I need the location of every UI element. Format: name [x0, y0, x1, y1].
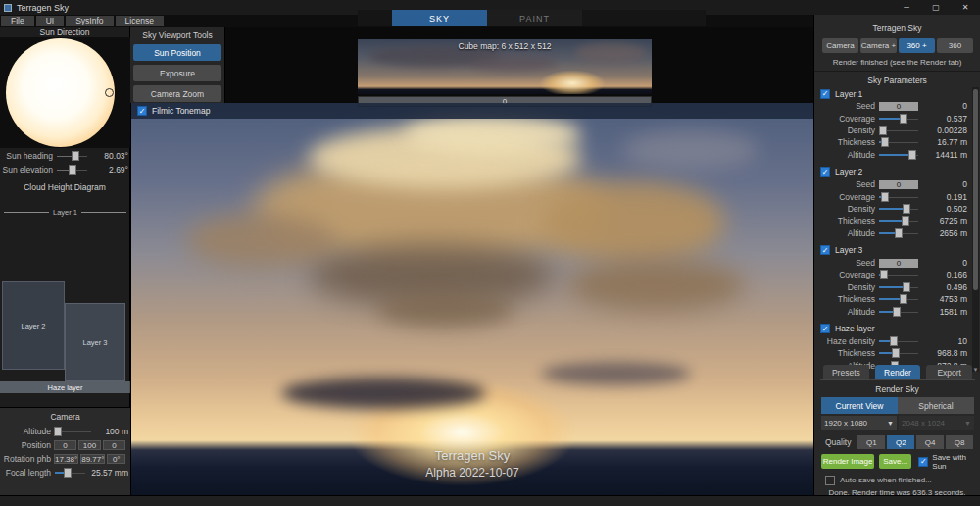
slider[interactable]	[55, 468, 85, 478]
quality-button-q1[interactable]: Q1	[858, 435, 885, 449]
quality-button-q8[interactable]: Q8	[946, 435, 973, 449]
position-value-cell[interactable]: 0	[54, 440, 76, 450]
tool-button-sun-position[interactable]: Sun Position	[133, 44, 221, 61]
slider-thumb[interactable]	[879, 126, 887, 135]
focal-value: 25.57 mm	[89, 468, 128, 478]
save-button[interactable]: Save...	[879, 454, 911, 469]
scrollbar-thumb[interactable]	[973, 89, 978, 290]
slider[interactable]	[55, 427, 91, 436]
sun-position-marker[interactable]	[105, 88, 114, 97]
render-image-button[interactable]: Render Image	[821, 454, 874, 469]
slider-thumb[interactable]	[893, 307, 901, 317]
slider[interactable]	[879, 204, 918, 214]
quality-button-q4[interactable]: Q4	[916, 435, 944, 449]
filmic-tonemap-checkbox[interactable]	[137, 106, 147, 116]
menu-item-sysinfo[interactable]: SysInfo	[66, 16, 113, 26]
param-value: 10	[922, 336, 967, 346]
slider-thumb[interactable]	[64, 468, 72, 478]
layer1-height-line[interactable]: Layer 1	[0, 208, 130, 217]
slider-thumb[interactable]	[69, 165, 76, 175]
close-button[interactable]: ✕	[951, 0, 980, 15]
slider[interactable]	[879, 294, 918, 304]
seed-button[interactable]: 0	[879, 180, 918, 189]
slider-thumb[interactable]	[881, 192, 889, 202]
sun-preview-ball[interactable]	[6, 38, 115, 147]
rotation-value-cell[interactable]: 17.38°	[54, 454, 78, 464]
layer2-height-box[interactable]: Layer 2	[2, 281, 65, 370]
menu-item-license[interactable]: License	[116, 16, 164, 26]
position-value-cell[interactable]: 0	[103, 440, 125, 450]
rotation-value-cell[interactable]: 0°	[107, 454, 125, 464]
slider[interactable]	[879, 137, 918, 147]
param-row: Altitude2656 m	[820, 228, 967, 239]
resolution-dropdown[interactable]: 1920 x 1080▼	[821, 416, 897, 430]
slider-thumb[interactable]	[892, 348, 900, 358]
param-label: Coverage	[820, 114, 875, 124]
layer-name: Layer 3	[835, 245, 862, 255]
slider-thumb[interactable]	[908, 150, 916, 160]
view-button-camera-[interactable]: Camera +	[860, 38, 897, 53]
slider[interactable]	[57, 165, 87, 175]
layer3-height-box[interactable]: Layer 3	[65, 303, 125, 381]
cloud-height-diagram[interactable]: Layer 1 Layer 2 Layer 3 Haze layer camer…	[0, 194, 130, 405]
sky-parameters-area: Layer 1Seed00Coverage0.537Density0.00228…	[820, 87, 967, 366]
slider[interactable]	[879, 126, 918, 135]
render-tab-render[interactable]: Render	[875, 365, 921, 380]
autosave-checkbox[interactable]	[825, 476, 835, 485]
slider-thumb[interactable]	[72, 151, 79, 161]
tool-button-exposure[interactable]: Exposure	[133, 65, 221, 81]
seed-value: 0	[922, 101, 967, 111]
render-tab-export[interactable]: Export	[926, 365, 972, 380]
slider[interactable]	[879, 150, 918, 160]
seed-button[interactable]: 0	[879, 102, 918, 111]
seed-button[interactable]: 0	[879, 259, 918, 268]
slider-thumb[interactable]	[900, 114, 907, 124]
view-button-360[interactable]: 360	[937, 38, 973, 53]
checkbox[interactable]	[820, 89, 830, 99]
save-with-sun-checkbox[interactable]	[918, 457, 928, 467]
slider-thumb[interactable]	[902, 216, 909, 226]
slider[interactable]	[879, 114, 918, 124]
slider[interactable]	[879, 348, 918, 358]
slider-thumb[interactable]	[54, 427, 62, 436]
slider-thumb[interactable]	[880, 270, 888, 279]
slider-thumb[interactable]	[903, 204, 910, 214]
slider[interactable]	[879, 270, 918, 279]
slider[interactable]	[879, 228, 918, 238]
rotation-value-cell[interactable]: 89.77°	[80, 454, 105, 464]
slider-thumb[interactable]	[895, 228, 903, 238]
render-tab-presets[interactable]: Presets	[823, 365, 869, 380]
slider[interactable]	[879, 216, 918, 226]
tool-button-camera-zoom[interactable]: Camera Zoom	[133, 85, 221, 102]
checkbox[interactable]	[820, 324, 830, 333]
maximize-button[interactable]: ▢	[921, 0, 951, 15]
slider-thumb[interactable]	[903, 282, 910, 292]
view-mode-spherical[interactable]: Spherical	[898, 397, 974, 414]
tab-sky[interactable]: SKY	[392, 10, 487, 26]
menu-item-ui[interactable]: UI	[36, 16, 65, 26]
sun-direction-widget[interactable]	[0, 37, 130, 148]
slider[interactable]	[879, 336, 918, 346]
resolution-dropdown[interactable]: 2048 x 1024▼	[899, 416, 974, 430]
slider-thumb[interactable]	[881, 137, 889, 147]
position-value-cell[interactable]: 100	[78, 440, 101, 450]
view-mode-current-view[interactable]: Current View	[821, 397, 898, 414]
checkbox[interactable]	[820, 245, 830, 255]
checkbox[interactable]	[820, 167, 830, 177]
haze-layer-bar[interactable]: Haze layer	[0, 381, 130, 393]
slider[interactable]	[879, 282, 918, 292]
slider-thumb[interactable]	[890, 336, 898, 346]
tab-paint[interactable]: PAINT	[487, 10, 582, 26]
view-button-camera[interactable]: Camera	[822, 38, 858, 53]
minimize-button[interactable]: ─	[892, 0, 921, 15]
slider[interactable]	[879, 307, 918, 317]
sky-render-viewport[interactable]: Filmic Tonemap Terragen Sky Alpha 2022-1…	[130, 103, 813, 495]
slider[interactable]	[57, 151, 87, 161]
quality-button-q2[interactable]: Q2	[887, 435, 914, 449]
menu-item-file[interactable]: File	[1, 16, 34, 26]
parameters-scrollbar[interactable]: ▼	[972, 87, 979, 372]
slider[interactable]	[879, 192, 918, 202]
chevron-down-icon: ▼	[887, 420, 894, 427]
view-button-360-[interactable]: 360 +	[899, 38, 935, 53]
slider-thumb[interactable]	[900, 294, 907, 304]
